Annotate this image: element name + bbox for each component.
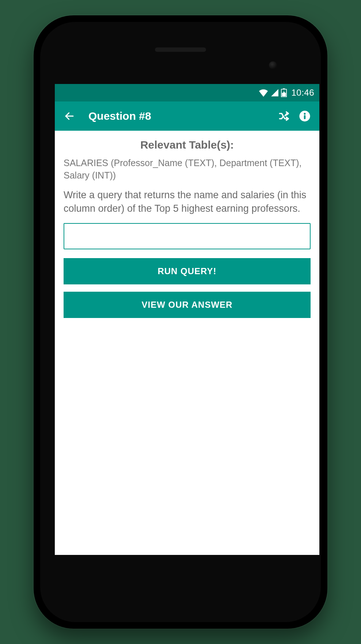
app-bar: Question #8: [55, 101, 319, 131]
shuffle-icon: [278, 110, 290, 122]
wifi-icon: [258, 89, 269, 97]
screen: 10:46 Question #8: [55, 84, 319, 555]
content: Relevant Table(s): SALARIES (Professor_N…: [55, 131, 319, 331]
back-button[interactable]: [59, 106, 80, 126]
info-button[interactable]: [294, 106, 315, 126]
info-icon: [299, 110, 311, 122]
phone-speaker: [155, 47, 206, 52]
svg-rect-6: [304, 115, 306, 119]
phone-frame: 10:46 Question #8: [34, 15, 327, 629]
cellular-icon: [271, 89, 279, 97]
phone-inner: 10:46 Question #8: [40, 22, 321, 622]
status-time: 10:46: [291, 88, 314, 98]
status-icons: [258, 88, 287, 97]
svg-rect-1: [283, 88, 285, 89]
view-answer-button[interactable]: VIEW OUR ANSWER: [64, 292, 311, 318]
arrow-back-icon: [64, 111, 75, 122]
table-schema-text: SALARIES (Professor_Name (TEXT), Departm…: [64, 157, 311, 182]
svg-point-5: [304, 113, 305, 115]
question-prompt: Write a query that returns the name and …: [64, 188, 311, 216]
page-title: Question #8: [88, 110, 274, 122]
status-bar: 10:46: [55, 84, 319, 101]
phone-camera: [269, 61, 277, 69]
relevant-tables-heading: Relevant Table(s):: [64, 139, 311, 151]
battery-charging-icon: [281, 88, 287, 97]
run-query-button[interactable]: RUN QUERY!: [64, 258, 311, 284]
query-input[interactable]: [64, 223, 311, 249]
shuffle-button[interactable]: [274, 106, 294, 126]
